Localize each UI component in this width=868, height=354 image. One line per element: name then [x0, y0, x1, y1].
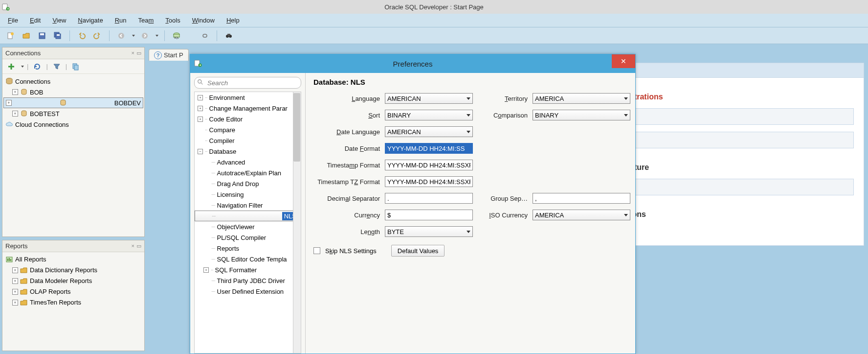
nav-jdbc[interactable]: ·····Third Party JDBC Driver	[195, 275, 301, 286]
panel-minimize-icon[interactable]: ▭	[136, 50, 141, 56]
default-values-button[interactable]: Default Values	[391, 245, 445, 257]
expand-icon[interactable]: +	[12, 111, 18, 117]
nav-sqlfmt[interactable]: +···SQL Formatter	[195, 264, 301, 275]
select-date-language[interactable]: AMERICAN	[385, 126, 473, 137]
tab-start-page[interactable]: ? Start P	[149, 49, 189, 61]
sql-icon[interactable]: SQL	[171, 30, 182, 42]
report-folder[interactable]: + OLAP Reports	[3, 286, 143, 297]
nav-change-mgmt[interactable]: +···Change Management Parar	[195, 103, 301, 114]
nav-nls[interactable]: ·····NLS	[195, 211, 301, 221]
expand-icon[interactable]: +	[12, 300, 18, 306]
nav-code-editor[interactable]: +···Code Editor	[195, 114, 301, 124]
expand-icon[interactable]: +	[12, 289, 18, 295]
menu-window[interactable]: Window	[187, 15, 220, 25]
binoculars-icon[interactable]	[223, 30, 235, 42]
report-folder[interactable]: + Data Dictionary Reports	[3, 265, 143, 276]
add-connection-icon[interactable]	[5, 61, 17, 72]
save-icon[interactable]	[36, 30, 48, 42]
preferences-dialog: Preferences ✕ +···Environment +···Change…	[190, 54, 636, 354]
nav-licensing[interactable]: ·····Licensing	[195, 189, 301, 200]
expand-icon[interactable]: +	[12, 89, 18, 95]
new-icon[interactable]	[5, 30, 17, 42]
select-length[interactable]: BYTE	[385, 226, 473, 237]
reports-root[interactable]: All Reports	[3, 254, 143, 265]
select-comparison[interactable]: BINARY	[533, 110, 630, 120]
input-decimal-separator[interactable]	[385, 193, 473, 204]
menu-tools[interactable]: Tools	[160, 15, 185, 25]
checkbox-skip-nls[interactable]	[313, 247, 320, 254]
nav-database[interactable]: −···Database	[195, 146, 301, 157]
start-item[interactable]	[630, 108, 854, 125]
report-folder[interactable]: + Data Modeler Reports	[3, 276, 143, 286]
connections-root[interactable]: Connections	[3, 76, 143, 87]
save-all-icon[interactable]	[52, 30, 64, 42]
dialog-title-bar[interactable]: Preferences ✕	[190, 54, 635, 73]
nav-navfilter[interactable]: ·····Navigation Filter	[195, 200, 301, 211]
nav-back-icon[interactable]	[115, 30, 127, 42]
input-date-format[interactable]	[385, 143, 473, 154]
nav-autotrace[interactable]: ·····Autotrace/Explain Plan	[195, 167, 301, 178]
report-folder[interactable]: + TimesTen Reports	[3, 297, 143, 308]
refresh-icon[interactable]	[31, 61, 43, 72]
nav-compare[interactable]: ···Compare	[195, 124, 301, 135]
open-icon[interactable]	[21, 30, 32, 42]
folder-icon	[20, 299, 28, 307]
nav-userdef[interactable]: ·····User Defined Extension	[195, 286, 301, 297]
panel-close-icon[interactable]: ×	[132, 243, 134, 249]
scrollbar-thumb[interactable]	[293, 93, 300, 162]
panel-close-icon[interactable]: ×	[132, 50, 134, 56]
nav-advanced[interactable]: ·····Advanced	[195, 157, 301, 167]
search-input[interactable]	[194, 77, 301, 89]
connection-item[interactable]: + BOB	[3, 87, 143, 97]
undo-icon[interactable]	[76, 30, 88, 42]
expand-icon[interactable]: +	[12, 267, 18, 273]
main-toolbar: SQL	[0, 27, 868, 44]
input-group-sep[interactable]	[533, 193, 630, 204]
nav-environment[interactable]: +···Environment	[195, 92, 301, 103]
tree-label: TimesTen Reports	[30, 299, 81, 306]
menu-file[interactable]: File	[3, 15, 23, 25]
nav-compiler[interactable]: ···Compiler	[195, 135, 301, 146]
menu-run[interactable]: Run	[110, 15, 132, 25]
menu-navigate[interactable]: Navigate	[73, 15, 108, 25]
nav-dragdrop[interactable]: ·····Drag And Drop	[195, 178, 301, 189]
redo-icon[interactable]	[91, 30, 103, 42]
filter-icon[interactable]	[51, 61, 63, 72]
chevron-down-icon	[467, 97, 470, 100]
copy-icon[interactable]	[70, 61, 82, 72]
nav-back-dropdown[interactable]	[132, 35, 135, 37]
nav-sqltempl[interactable]: ·····SQL Editor Code Templa	[195, 254, 301, 264]
help-icon: ?	[154, 51, 162, 59]
start-item[interactable]	[630, 179, 854, 195]
select-iso-currency[interactable]: AMERICA	[533, 210, 630, 220]
connection-item[interactable]: + BOBTEST	[3, 108, 143, 119]
cloud-connections[interactable]: Cloud Connections	[3, 119, 143, 130]
expand-icon[interactable]: +	[12, 278, 18, 284]
chevron-down-icon	[624, 114, 628, 117]
input-currency[interactable]	[385, 210, 473, 220]
menu-team[interactable]: Team	[134, 15, 159, 25]
nav-scrollbar[interactable]	[293, 92, 301, 353]
close-button[interactable]: ✕	[612, 54, 635, 68]
menu-edit[interactable]: Edit	[25, 15, 45, 25]
input-timestamp-tz-format[interactable]	[385, 176, 473, 187]
select-language[interactable]: AMERICAN	[385, 93, 473, 104]
input-timestamp-format[interactable]	[385, 160, 473, 170]
nav-fwd-dropdown[interactable]	[156, 35, 158, 37]
dialog-title: Preferences	[393, 60, 433, 68]
select-sort[interactable]: BINARY	[385, 110, 473, 120]
start-item[interactable]	[630, 132, 854, 148]
nav-objviewer[interactable]: ·····ObjectViewer	[195, 221, 301, 232]
dialog-body: +···Environment +···Change Management Pa…	[190, 73, 635, 354]
connection-item[interactable]: + BOBDEV	[3, 97, 143, 108]
select-territory[interactable]: AMERICA	[533, 93, 630, 104]
link-icon[interactable]	[199, 30, 211, 42]
nav-forward-icon[interactable]	[139, 30, 151, 42]
menu-view[interactable]: View	[47, 15, 71, 25]
menu-help[interactable]: Help	[222, 15, 245, 25]
nav-plsql[interactable]: ·····PL/SQL Compiler	[195, 232, 301, 243]
expand-icon[interactable]: +	[6, 100, 12, 106]
add-dropdown[interactable]	[21, 66, 24, 68]
nav-reports[interactable]: ·····Reports	[195, 243, 301, 254]
panel-minimize-icon[interactable]: ▭	[136, 243, 141, 249]
